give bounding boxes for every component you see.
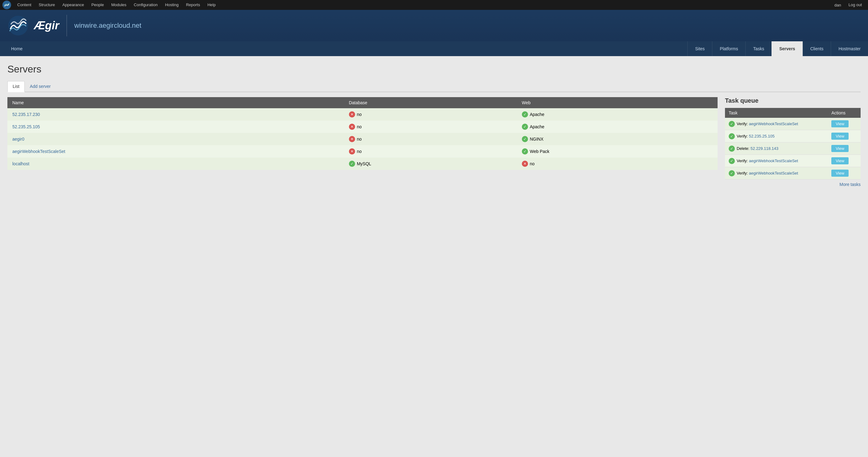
col-name: Name bbox=[7, 97, 344, 108]
server-web: ✓ Web Pack bbox=[517, 145, 718, 158]
aegir-logo-icon bbox=[7, 15, 29, 36]
x-icon: ✕ bbox=[522, 161, 528, 167]
server-name: 52.235.17.230 bbox=[7, 108, 344, 121]
tab-hostmaster[interactable]: Hostmaster bbox=[831, 41, 868, 56]
user-section: dan Log out bbox=[832, 0, 866, 10]
db-status: ✕ no bbox=[349, 124, 362, 130]
server-name: aegir0 bbox=[7, 133, 344, 145]
check-icon: ✓ bbox=[522, 124, 528, 130]
task-text: Verify: aegirWebhookTestScaleSet bbox=[737, 171, 798, 176]
task-row: ✓ Verify: aegirWebhookTestScaleSet View bbox=[725, 118, 861, 130]
x-icon: ✕ bbox=[349, 111, 355, 118]
brand-site: winwire.aegircloud.net bbox=[74, 22, 142, 30]
nav-help[interactable]: Help bbox=[204, 0, 219, 10]
nav-reports[interactable]: Reports bbox=[182, 0, 204, 10]
task-check-icon: ✓ bbox=[729, 170, 735, 176]
server-name-link[interactable]: localhost bbox=[12, 161, 29, 166]
server-web: ✓ Apache bbox=[517, 121, 718, 133]
task-label: ✓ Verify: 52.235.25.105 bbox=[725, 130, 828, 143]
view-button[interactable]: View bbox=[831, 145, 848, 152]
task-queue-title: Task queue bbox=[725, 97, 861, 104]
task-actions: View bbox=[828, 130, 861, 143]
tab-list[interactable]: List bbox=[7, 81, 25, 92]
task-text: Verify: aegirWebhookTestScaleSet bbox=[737, 122, 798, 126]
secondary-nav-tabs: Sites Platforms Tasks Servers Clients Ho… bbox=[687, 41, 868, 56]
nav-people[interactable]: People bbox=[88, 0, 107, 10]
web-status: ✓ Web Pack bbox=[522, 148, 550, 154]
view-button[interactable]: View bbox=[831, 157, 848, 164]
server-name-link[interactable]: aegir0 bbox=[12, 136, 24, 142]
secondary-nav: Home Sites Platforms Tasks Servers Clien… bbox=[0, 41, 868, 56]
table-row: aegir0 ✕ no ✓ NGINX bbox=[7, 133, 718, 145]
more-tasks-link[interactable]: More tasks bbox=[725, 182, 861, 187]
nav-modules[interactable]: Modules bbox=[107, 0, 130, 10]
nav-content[interactable]: Content bbox=[13, 0, 35, 10]
tab-tasks[interactable]: Tasks bbox=[745, 41, 772, 56]
server-name-link[interactable]: 52.235.25.105 bbox=[12, 124, 40, 129]
tab-platforms[interactable]: Platforms bbox=[712, 41, 745, 56]
db-status: ✕ no bbox=[349, 111, 362, 118]
check-icon: ✓ bbox=[349, 161, 355, 167]
task-link[interactable]: 52.229.118.143 bbox=[750, 146, 778, 151]
local-tabs: List Add server bbox=[7, 81, 861, 92]
server-db: ✕ no bbox=[344, 145, 517, 158]
task-queue-table: Task Actions ✓ Verify: aegirWebhookTestS… bbox=[725, 108, 861, 180]
task-link[interactable]: 52.235.25.105 bbox=[749, 134, 775, 139]
x-icon: ✕ bbox=[349, 148, 355, 154]
task-row: ✓ Verify: 52.235.25.105 View bbox=[725, 130, 861, 143]
tab-servers[interactable]: Servers bbox=[772, 41, 802, 56]
task-row: ✓ Verify: aegirWebhookTestScaleSet View bbox=[725, 155, 861, 167]
col-actions: Actions bbox=[828, 108, 861, 118]
tab-clients[interactable]: Clients bbox=[803, 41, 831, 56]
task-content: ✓ Verify: aegirWebhookTestScaleSet bbox=[729, 158, 824, 164]
task-check-icon: ✓ bbox=[729, 133, 735, 140]
brand-logo: Ægir bbox=[7, 15, 67, 36]
task-link[interactable]: aegirWebhookTestScaleSet bbox=[749, 171, 798, 176]
admin-nav: Content Structure Appearance People Modu… bbox=[13, 0, 832, 10]
view-button[interactable]: View bbox=[831, 120, 848, 127]
web-status: ✕ no bbox=[522, 161, 535, 167]
server-name-link[interactable]: 52.235.17.230 bbox=[12, 112, 40, 117]
task-label: ✓ Verify: aegirWebhookTestScaleSet bbox=[725, 167, 828, 180]
check-icon: ✓ bbox=[522, 111, 528, 118]
view-button[interactable]: View bbox=[831, 170, 848, 177]
username: dan bbox=[832, 3, 844, 7]
nav-hosting[interactable]: Hosting bbox=[161, 0, 182, 10]
server-name: 52.235.25.105 bbox=[7, 121, 344, 133]
db-status: ✕ no bbox=[349, 148, 362, 154]
table-row: 52.235.25.105 ✕ no ✓ Apache bbox=[7, 121, 718, 133]
nav-configuration[interactable]: Configuration bbox=[130, 0, 161, 10]
home-link[interactable]: Home bbox=[5, 41, 29, 56]
task-check-icon: ✓ bbox=[729, 146, 735, 152]
server-name-link[interactable]: aegirWebhookTestScaleSet bbox=[12, 149, 65, 154]
server-db: ✕ no bbox=[344, 108, 517, 121]
nav-appearance[interactable]: Appearance bbox=[59, 0, 88, 10]
task-check-icon: ✓ bbox=[729, 158, 735, 164]
task-label: ✓ Delete: 52.229.118.143 bbox=[725, 143, 828, 155]
server-web: ✓ Apache bbox=[517, 108, 718, 121]
task-text: Delete: 52.229.118.143 bbox=[737, 146, 778, 151]
web-status: ✓ Apache bbox=[522, 111, 544, 118]
nav-structure[interactable]: Structure bbox=[35, 0, 59, 10]
view-button[interactable]: View bbox=[831, 132, 848, 140]
table-row: 52.235.17.230 ✕ no ✓ Apache bbox=[7, 108, 718, 121]
task-row: ✓ Delete: 52.229.118.143 View bbox=[725, 143, 861, 155]
task-text: Verify: 52.235.25.105 bbox=[737, 134, 775, 139]
tab-sites[interactable]: Sites bbox=[687, 41, 712, 56]
admin-bar: Content Structure Appearance People Modu… bbox=[0, 0, 868, 10]
db-status: ✓ MySQL bbox=[349, 161, 371, 167]
logout-link[interactable]: Log out bbox=[845, 0, 866, 10]
server-name: localhost bbox=[7, 158, 344, 170]
table-row: aegirWebhookTestScaleSet ✕ no ✓ Web Pack bbox=[7, 145, 718, 158]
col-web: Web bbox=[517, 97, 718, 108]
server-db: ✕ no bbox=[344, 133, 517, 145]
task-queue: Task queue Task Actions ✓ Verify: aegirW… bbox=[725, 97, 861, 187]
task-link[interactable]: aegirWebhookTestScaleSet bbox=[749, 158, 798, 163]
task-content: ✓ Verify: 52.235.25.105 bbox=[729, 133, 824, 140]
task-link[interactable]: aegirWebhookTestScaleSet bbox=[749, 122, 798, 126]
tab-add-server[interactable]: Add server bbox=[25, 81, 56, 92]
task-row: ✓ Verify: aegirWebhookTestScaleSet View bbox=[725, 167, 861, 180]
server-db: ✕ no bbox=[344, 121, 517, 133]
col-task: Task bbox=[725, 108, 828, 118]
server-name: aegirWebhookTestScaleSet bbox=[7, 145, 344, 158]
